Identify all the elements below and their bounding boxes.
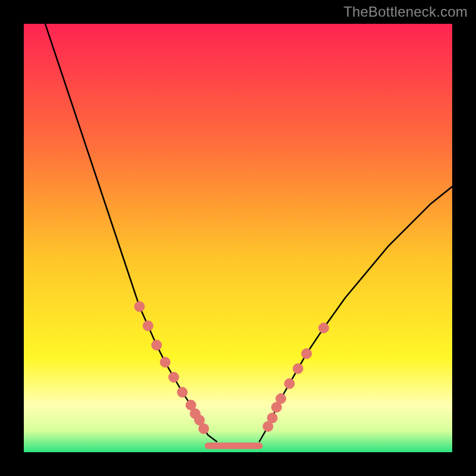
chart-plot	[24, 24, 452, 452]
data-marker	[134, 302, 145, 312]
data-marker	[302, 349, 312, 359]
data-marker	[284, 378, 295, 389]
data-marker	[143, 321, 153, 331]
data-marker	[169, 372, 179, 383]
data-marker	[293, 364, 303, 374]
data-marker	[160, 357, 170, 367]
data-marker	[199, 424, 209, 434]
watermark-text: TheBottleneck.com	[343, 4, 468, 20]
gradient-bg	[24, 24, 452, 452]
data-marker	[177, 387, 187, 397]
data-marker	[319, 323, 329, 333]
data-marker	[152, 340, 162, 350]
data-marker	[267, 413, 277, 423]
data-marker	[276, 394, 286, 404]
outer-frame: TheBottleneck.com	[0, 0, 476, 476]
